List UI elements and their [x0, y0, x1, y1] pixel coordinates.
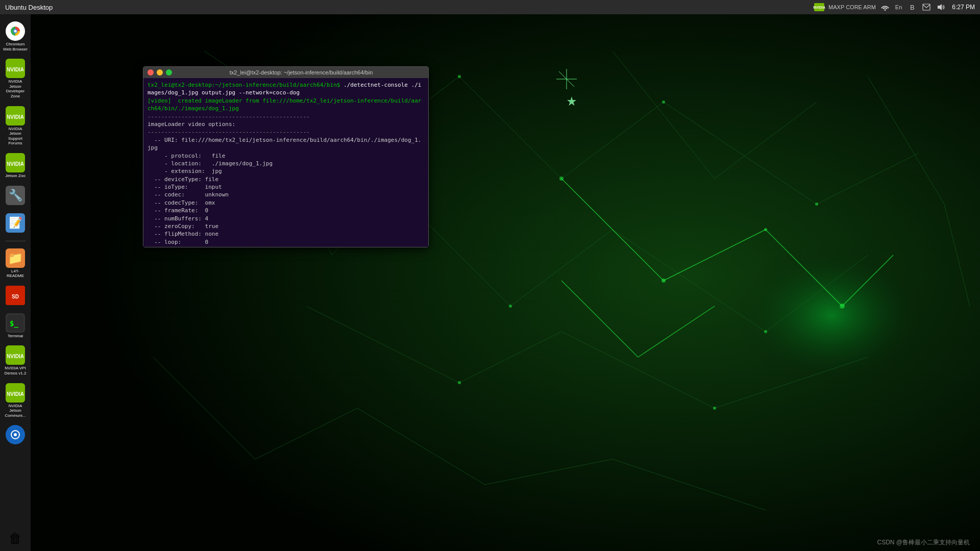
mail-icon[interactable] — [921, 2, 932, 12]
window-maximize-btn[interactable] — [166, 69, 172, 76]
terminal-line: ----------------------------------------… — [148, 246, 424, 247]
nvidia-community-icon: NVIDIA — [6, 383, 25, 403]
wifi-icon[interactable] — [880, 2, 890, 12]
svg-text:NVIDIA: NVIDIA — [7, 391, 23, 397]
terminal-line: - extension: jpg — [148, 167, 424, 175]
volume-icon[interactable] — [936, 2, 946, 12]
chromium-icon — [6, 21, 25, 41]
svg-line-7 — [664, 102, 817, 204]
terminal-line: -- codec: unknown — [148, 191, 424, 198]
taskbar-title: Ubuntu Desktop — [5, 4, 53, 11]
sidebar-item-terminal[interactable]: $_ Terminal — [2, 311, 29, 341]
svg-point-36 — [559, 177, 564, 181]
svg-text:SD: SD — [12, 294, 19, 299]
lang-indicator[interactable]: En — [894, 4, 903, 10]
chromium-label: Chromium Web Browser — [3, 42, 28, 52]
terminal-line: -- numBuffers: 4 — [148, 215, 424, 222]
sidebar-item-l4t[interactable]: 📁 L4T- README — [2, 246, 29, 281]
svg-point-39 — [509, 305, 512, 308]
terminal-line: -- flipMethod: none — [148, 230, 424, 238]
svg-line-8 — [817, 153, 919, 204]
svg-line-26 — [153, 357, 255, 459]
sidebar-separator-1 — [5, 241, 26, 241]
terminal-line: -- frameRate: 0 — [148, 207, 424, 214]
sidebar: Chromium Web Browser NVIDIA NVIDIA Jetso… — [0, 14, 31, 551]
svg-text:NVIDIA: NVIDIA — [7, 67, 23, 72]
svg-point-58 — [14, 30, 17, 33]
taskbar: Ubuntu Desktop NVIDIA MAXP CORE ARM En B — [0, 0, 980, 14]
svg-line-52 — [567, 79, 574, 87]
system-time: 6:27 PM — [952, 4, 975, 11]
sidebar-item-nvidia-vpi[interactable]: NVIDIA NVIDIA VPI Demos v1.2 — [2, 343, 29, 378]
terminal-line: -- loop: 0 — [148, 238, 424, 246]
svg-line-16 — [715, 357, 868, 408]
watermark: CSDN @鲁棒最小二乘支持向量机 — [877, 538, 970, 547]
sidebar-item-jetson-zoo[interactable]: NVIDIA Jetson Zoo — [2, 151, 29, 181]
svg-point-45 — [840, 304, 845, 309]
svg-line-33 — [638, 306, 715, 357]
terminal-line: -- zeroCopy: true — [148, 222, 424, 230]
terminal-titlebar: tx2_lei@tx2-desktop: ~/jetson-inference/… — [143, 67, 428, 78]
sidebar-item-chromium[interactable]: Chromium Web Browser — [2, 19, 29, 54]
taskbar-left: Ubuntu Desktop — [5, 4, 53, 11]
window-close-btn[interactable] — [148, 69, 154, 76]
svg-line-25 — [612, 459, 766, 510]
terminal-line: [video] created imageLoader from file://… — [148, 97, 424, 113]
svg-point-75 — [14, 433, 17, 436]
svg-line-51 — [559, 71, 567, 79]
svg-line-29 — [664, 230, 766, 281]
nvidia-support-icon: NVIDIA — [6, 106, 25, 126]
l4t-label: L4T- README — [3, 269, 28, 279]
svg-line-28 — [561, 179, 664, 281]
terminal-line: - protocol: file — [148, 152, 424, 160]
sidebar-item-nvidia-community[interactable]: NVIDIA NVIDIA Jetson Communi... — [2, 381, 29, 420]
svg-point-44 — [764, 228, 767, 231]
svg-rect-53 — [923, 4, 930, 10]
sd-icon: SD — [6, 286, 25, 305]
svg-line-24 — [485, 459, 612, 485]
jetson-zoo-icon: NVIDIA — [6, 153, 25, 172]
sidebar-item-notepad[interactable]: 📝 — [2, 211, 29, 236]
svg-line-11 — [612, 230, 766, 332]
jetson-zoo-label: Jetson Zoo — [5, 173, 26, 179]
terminal-line: -- deviceType: file — [148, 176, 424, 183]
window-minimize-btn[interactable] — [157, 69, 163, 76]
svg-point-35 — [458, 75, 461, 78]
svg-text:NVIDIA: NVIDIA — [7, 354, 23, 359]
tools-icon: 🔧 — [6, 186, 25, 205]
sidebar-item-nvidia-dev[interactable]: NVIDIA NVIDIA Jetson Developer Zone — [2, 57, 29, 101]
terminal-window[interactable]: tx2_lei@tx2-desktop: ~/jetson-inference/… — [143, 66, 429, 247]
desktop: Ubuntu Desktop NVIDIA MAXP CORE ARM En B — [0, 0, 980, 551]
trash-icon: 🗑 — [6, 529, 25, 548]
l4t-folder-icon: 📁 — [6, 248, 25, 268]
svg-line-5 — [459, 77, 561, 179]
svg-line-6 — [561, 102, 664, 179]
svg-line-19 — [612, 51, 715, 179]
svg-line-30 — [766, 230, 842, 306]
svg-point-43 — [662, 279, 666, 283]
svg-line-27 — [255, 408, 357, 459]
nvidia-vpi-icon: NVIDIA — [6, 345, 25, 365]
sidebar-item-tools[interactable]: 🔧 — [2, 184, 29, 208]
terminal-body[interactable]: tx2_lei@tx2-desktop:~/jetson-inference/b… — [143, 78, 428, 247]
svg-point-2 — [541, 158, 929, 444]
sidebar-item-nvidia-support[interactable]: NVIDIA NVIDIA Jetson Support Forums — [2, 104, 29, 148]
notepad-icon: 📝 — [6, 213, 25, 233]
sidebar-item-blue-app[interactable] — [2, 423, 29, 447]
terminal-line: -- ioType: input — [148, 183, 424, 191]
svg-line-12 — [766, 255, 868, 332]
terminal-title: tx2_lei@tx2-desktop: ~/jetson-inference/… — [178, 69, 424, 76]
svg-text:NVIDIA: NVIDIA — [7, 114, 23, 120]
svg-line-14 — [459, 332, 561, 383]
bluetooth-icon[interactable]: B — [907, 2, 917, 12]
sidebar-item-trash[interactable]: 🗑 — [2, 527, 29, 551]
terminal-line: tx2_lei@tx2-desktop:~/jetson-inference/b… — [148, 81, 424, 97]
sidebar-item-sd[interactable]: SD — [2, 284, 29, 308]
taskbar-right: NVIDIA MAXP CORE ARM En B 6:27 PM — [814, 2, 975, 12]
svg-line-31 — [842, 255, 893, 306]
svg-line-10 — [510, 230, 612, 306]
terminal-label: Terminal — [8, 334, 23, 339]
svg-line-15 — [561, 332, 715, 408]
svg-marker-54 — [938, 4, 942, 10]
terminal-line: imageLoader video options: — [148, 120, 424, 128]
